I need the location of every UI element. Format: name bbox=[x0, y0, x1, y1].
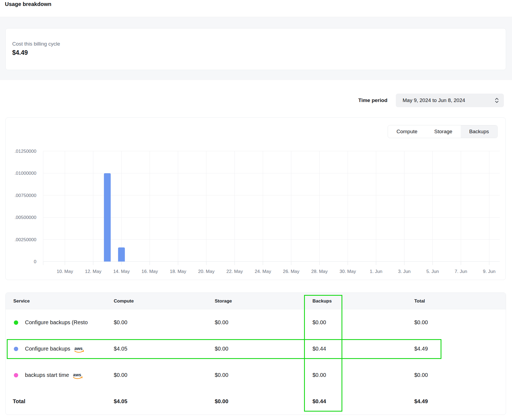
aws-logo-icon: aws bbox=[72, 372, 83, 380]
service-name: Configure backupsaws bbox=[25, 336, 84, 362]
x-axis-label: 12. May bbox=[85, 269, 102, 274]
column-header-compute: Compute bbox=[114, 293, 134, 309]
cell-total: $4.49 bbox=[414, 336, 428, 362]
cell-compute: $0.00 bbox=[114, 362, 127, 388]
column-header-service: Service bbox=[13, 293, 30, 309]
select-chevrons-icon bbox=[495, 97, 499, 104]
cell-backups: $0.44 bbox=[312, 336, 326, 362]
cell-total: $4.49 bbox=[414, 388, 428, 415]
time-period-select[interactable]: May 9, 2024 to Jun 8, 2024 bbox=[396, 94, 504, 107]
y-axis-label: .01000000 bbox=[15, 171, 36, 176]
x-axis-label: 18. May bbox=[170, 269, 187, 274]
billing-cycle-label: Cost this billing cycle bbox=[12, 41, 60, 47]
usage-chart-card: .01250000.01000000.00750000.00500000.002… bbox=[5, 117, 506, 280]
x-axis-label: 20. May bbox=[198, 269, 215, 274]
cell-total: $0.00 bbox=[414, 309, 428, 336]
time-period-value: May 9, 2024 to Jun 8, 2024 bbox=[403, 94, 465, 107]
billing-cycle-cost: $4.49 bbox=[12, 49, 28, 56]
table-row: Configure backups (Resto$0.00$0.00$0.00$… bbox=[6, 309, 506, 336]
column-header-storage: Storage bbox=[215, 293, 232, 309]
svg-text:aws: aws bbox=[73, 373, 81, 377]
x-axis-label: 1. Jun bbox=[370, 269, 382, 274]
x-axis-label: 16. May bbox=[141, 269, 158, 274]
service-name: backups start timeaws bbox=[25, 362, 83, 388]
cell-storage: $0.00 bbox=[215, 388, 228, 415]
cell-storage: $0.00 bbox=[215, 362, 228, 388]
cell-storage: $0.00 bbox=[215, 309, 228, 336]
cell-compute: $0.00 bbox=[114, 309, 127, 336]
service-name: Total bbox=[13, 388, 25, 415]
time-period-label: Time period bbox=[358, 94, 387, 107]
y-axis-label: .01250000 bbox=[15, 149, 36, 154]
cell-backups: $0.00 bbox=[312, 309, 326, 336]
y-axis-label: .00500000 bbox=[15, 215, 36, 220]
bar-13. May[interactable] bbox=[104, 173, 111, 262]
service-name: Configure backups (Resto bbox=[25, 309, 88, 336]
cell-total: $0.00 bbox=[414, 362, 428, 388]
service-color-dot bbox=[14, 320, 18, 325]
y-axis-label: .00750000 bbox=[15, 193, 36, 198]
page-title: Usage breakdown bbox=[5, 1, 51, 7]
tab-storage[interactable]: Storage bbox=[426, 125, 461, 138]
cell-compute: $4.05 bbox=[114, 388, 127, 415]
x-axis-label: 7. Jun bbox=[455, 269, 467, 274]
chart-tab-group: ComputeStorageBackups bbox=[388, 125, 498, 138]
x-axis-label: 10. May bbox=[57, 269, 73, 274]
cell-backups: $0.00 bbox=[312, 362, 326, 388]
bar-14. May[interactable] bbox=[118, 247, 125, 262]
x-axis-label: 5. Jun bbox=[426, 269, 439, 274]
y-axis-label: .00250000 bbox=[15, 237, 36, 242]
service-color-dot bbox=[14, 373, 18, 377]
x-axis-label: 30. May bbox=[340, 269, 356, 274]
usage-table-card: ServiceComputeStorageBackupsTotal Config… bbox=[5, 292, 506, 415]
table-row: Configure backupsaws$4.05$0.00$0.44$4.49 bbox=[6, 336, 506, 362]
service-color-dot bbox=[14, 347, 18, 351]
table-row: backups start timeaws$0.00$0.00$0.00$0.0… bbox=[6, 362, 506, 388]
summary-card: Cost this billing cycle $4.49 bbox=[5, 28, 506, 70]
cell-storage: $0.00 bbox=[215, 336, 228, 362]
column-header-backups: Backups bbox=[312, 293, 332, 309]
summary-section: Cost this billing cycle $4.49 bbox=[0, 17, 512, 80]
cell-backups: $0.44 bbox=[312, 388, 326, 415]
table-body: Configure backups (Resto$0.00$0.00$0.00$… bbox=[6, 309, 506, 415]
x-axis-label: 28. May bbox=[311, 269, 328, 274]
table-header: ServiceComputeStorageBackupsTotal bbox=[6, 293, 506, 309]
usage-breakdown-page: Usage breakdown Cost this billing cycle … bbox=[0, 0, 512, 420]
usage-bar-chart: .01250000.01000000.00750000.00500000.002… bbox=[6, 118, 506, 280]
column-header-total: Total bbox=[414, 293, 425, 309]
x-axis-label: 9. Jun bbox=[483, 269, 495, 274]
x-axis-label: 22. May bbox=[226, 269, 243, 274]
y-axis-label: 0 bbox=[34, 259, 36, 264]
cell-compute: $4.05 bbox=[114, 336, 127, 362]
table-row-total: Total$4.05$0.00$0.44$4.49 bbox=[6, 388, 506, 415]
svg-text:aws: aws bbox=[74, 346, 83, 351]
x-axis-label: 3. Jun bbox=[398, 269, 410, 274]
x-axis-label: 26. May bbox=[283, 269, 299, 274]
tab-compute[interactable]: Compute bbox=[388, 125, 426, 138]
tab-backups[interactable]: Backups bbox=[461, 125, 497, 138]
x-axis-label: 24. May bbox=[255, 269, 271, 274]
aws-logo-icon: aws bbox=[74, 346, 84, 353]
x-axis-label: 14. May bbox=[113, 269, 130, 274]
